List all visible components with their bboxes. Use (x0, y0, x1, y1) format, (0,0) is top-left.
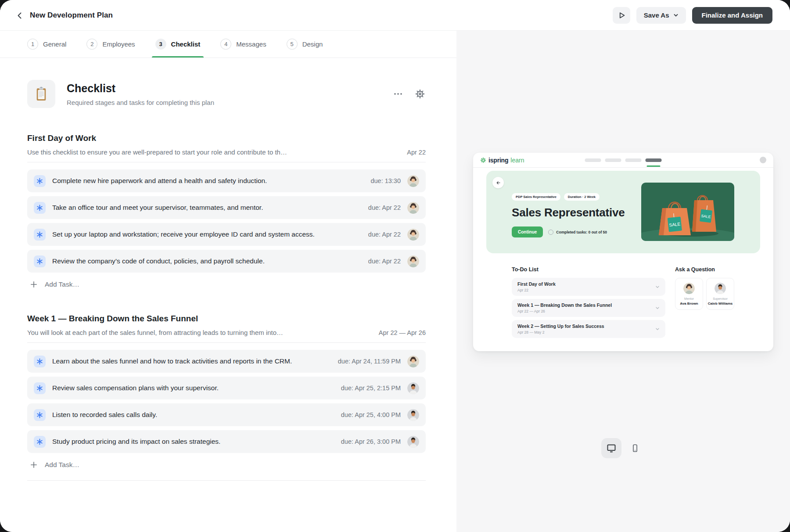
divider (27, 162, 426, 162)
task-due: due: Apr 22 (368, 231, 401, 238)
task-row[interactable]: Set up your laptop and workstation; rece… (27, 223, 426, 246)
task-text: Listen to recorded sales calls daily. (52, 411, 157, 419)
todo-title: First Day of Work (517, 281, 556, 287)
section-dates: Apr 22 — Apr 26 (379, 329, 426, 336)
chevron-left-icon (15, 11, 24, 20)
task-asterisk-icon (34, 229, 46, 241)
course-title: Sales Representative (512, 206, 625, 219)
ispring-learn-logo: ispring learn (480, 157, 524, 164)
assignee-avatar (407, 382, 419, 394)
plus-icon (30, 461, 37, 468)
checklist-title: Checklist (67, 82, 214, 95)
ask-a-question-section: Ask a Question Mentor Ava Brown Supervis… (675, 266, 734, 338)
task-text: Review the company’s code of conduct, po… (52, 257, 265, 265)
task-asterisk-icon (34, 202, 46, 214)
task-row[interactable]: Learn about the sales funnel and how to … (27, 350, 426, 373)
hero-badge: Duration · 2 Week (564, 193, 600, 201)
todo-item[interactable]: Week 1 — Breaking Down the Sales Funnel … (512, 299, 665, 317)
checklist-content: Checklist Required stages and tasks for … (0, 58, 456, 498)
nav-pill-active[interactable] (646, 158, 662, 162)
add-task-label: Add Task… (45, 280, 79, 288)
contact-card-mentor[interactable]: Mentor Ava Brown (675, 278, 703, 310)
save-as-button[interactable]: Save As (636, 7, 686, 24)
add-task-label: Add Task… (45, 461, 79, 469)
task-asterisk-icon (34, 409, 46, 421)
task-row[interactable]: Complete new hire paperwork and attend a… (27, 169, 426, 192)
nav-pill[interactable] (585, 158, 601, 162)
progress-circle-icon (548, 230, 553, 235)
tab-number: 2 (86, 39, 97, 50)
todo-list-section: To-Do List First Day of Work Apr 22 (512, 266, 665, 338)
tab-label: Messages (236, 40, 266, 48)
hero-back-button[interactable] (492, 177, 504, 188)
gear-icon[interactable] (414, 88, 426, 100)
tab-label: Checklist (171, 40, 201, 48)
task-text: Learn about the sales funnel and how to … (52, 357, 292, 365)
phone-icon (630, 443, 640, 453)
tab-number: 5 (287, 39, 298, 50)
continue-button[interactable]: Continue (512, 226, 543, 237)
tab-label: Design (302, 40, 323, 48)
assignee-avatar (407, 409, 419, 421)
back-button[interactable] (13, 9, 26, 22)
add-task-button[interactable]: Add Task… (27, 280, 426, 288)
task-row[interactable]: Take an office tour and meet your superv… (27, 196, 426, 219)
task-row[interactable]: Review sales compensation plans with you… (27, 377, 426, 399)
app-window: New Development Plan Save As Finalize an… (0, 0, 790, 532)
task-asterisk-icon (34, 255, 46, 267)
contact-card-supervisor[interactable]: Supervisor Caleb Williams (706, 278, 734, 310)
section-description: You will look at each part of the sales … (27, 329, 283, 336)
todo-dates: Apr 28 — May 2 (517, 330, 604, 334)
more-options-icon[interactable] (392, 88, 404, 100)
preview-play-button[interactable] (613, 7, 630, 24)
preview-panel: ispring learn (456, 31, 790, 532)
save-as-label: Save As (644, 11, 669, 19)
assignee-avatar (407, 229, 419, 241)
logo-product: learn (510, 157, 524, 164)
contact-name: Caleb Williams (708, 302, 733, 306)
section-title: First Day of Work (27, 133, 426, 143)
clipboard-icon (27, 80, 55, 108)
checklist-section: First Day of Work Use this checklist to … (27, 133, 426, 288)
logo-brand: ispring (488, 157, 508, 164)
add-task-button[interactable]: Add Task… (27, 461, 426, 469)
play-icon (617, 11, 626, 20)
chevron-down-icon (655, 306, 660, 310)
tab-checklist[interactable]: 3 Checklist (155, 31, 201, 58)
arrow-left-icon (496, 180, 501, 186)
task-due: due: Apr 24, 11:59 PM (338, 358, 401, 365)
task-text: Set up your laptop and workstation; rece… (52, 230, 315, 238)
task-due: due: 13:30 (370, 177, 401, 184)
preview-card: ispring learn (473, 153, 773, 351)
finalize-and-assign-button[interactable]: Finalize and Assign (692, 7, 772, 24)
tab-general[interactable]: 1 General (27, 31, 66, 58)
ask-heading: Ask a Question (675, 266, 734, 273)
preview-user-avatar (760, 157, 766, 163)
tab-messages[interactable]: 4 Messages (220, 31, 266, 58)
preview-nav-pills (585, 158, 662, 162)
todo-item[interactable]: First Day of Work Apr 22 (512, 278, 665, 296)
tab-design[interactable]: 5 Design (287, 31, 323, 58)
mobile-preview-button[interactable] (625, 438, 645, 458)
task-asterisk-icon (34, 382, 46, 394)
contact-name: Ava Brown (680, 302, 698, 306)
chevron-down-icon (655, 327, 660, 331)
supervisor-avatar (715, 283, 726, 294)
step-tabs: 1 General 2 Employees 3 Checklist 4 Mess… (0, 31, 456, 58)
contact-role: Mentor (684, 297, 694, 300)
section-description: Use this checklist to ensure you are wel… (27, 148, 287, 156)
nav-pill[interactable] (605, 158, 621, 162)
assignee-avatar (407, 436, 419, 448)
top-bar: New Development Plan Save As Finalize an… (0, 0, 790, 31)
task-row[interactable]: Review the company’s code of conduct, po… (27, 250, 426, 273)
tab-employees[interactable]: 2 Employees (86, 31, 135, 58)
desktop-preview-button[interactable] (601, 438, 621, 458)
task-row[interactable]: Study product pricing and its impact on … (27, 430, 426, 453)
hero-badge: PDP Sales Representative (512, 193, 560, 201)
todo-dates: Apr 22 — Apr 26 (517, 309, 612, 313)
ispring-logo-icon (480, 157, 486, 163)
todo-item[interactable]: Week 2 — Setting Up for Sales Success Ap… (512, 320, 665, 338)
assignee-avatar (407, 202, 419, 214)
task-row[interactable]: Listen to recorded sales calls daily. du… (27, 403, 426, 426)
nav-pill[interactable] (625, 158, 642, 162)
